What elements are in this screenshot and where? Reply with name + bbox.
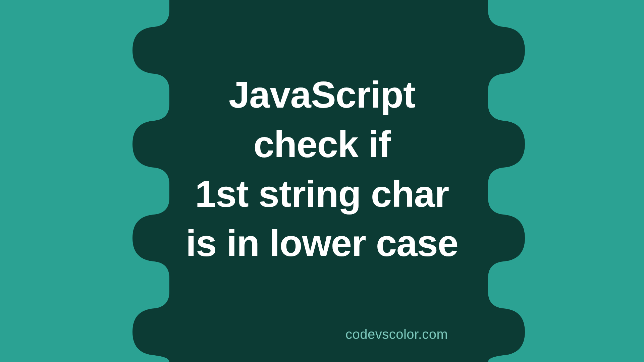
title-line-3: 1st string char (0, 169, 644, 219)
title-block: JavaScript check if 1st string char is i… (0, 70, 644, 268)
watermark-text: codevscolor.com (345, 327, 448, 342)
title-line-1: JavaScript (0, 70, 644, 120)
title-line-4: is in lower case (0, 219, 644, 268)
title-line-2: check if (0, 120, 644, 169)
